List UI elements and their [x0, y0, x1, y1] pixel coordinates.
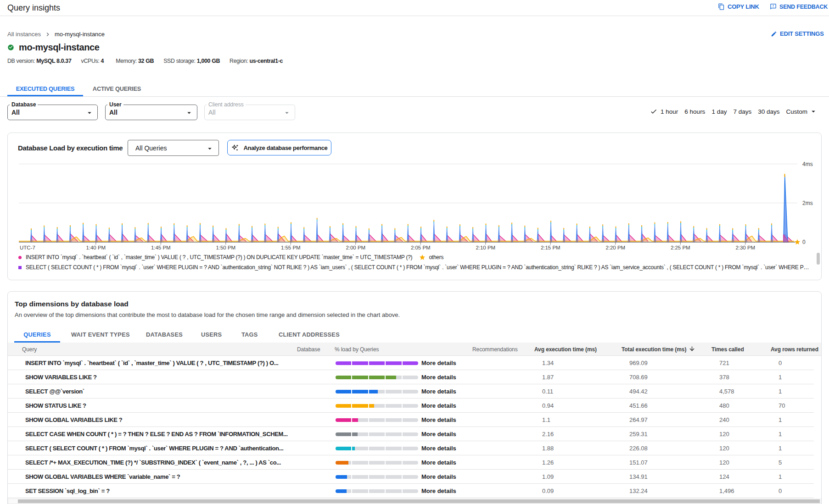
svg-text:1:45 PM: 1:45 PM: [151, 245, 171, 250]
svg-text:2:25 PM: 2:25 PM: [671, 245, 690, 250]
svg-text:2:05 PM: 2:05 PM: [411, 245, 431, 250]
svg-text:UTC-7: UTC-7: [20, 245, 35, 250]
svg-text:2:00 PM: 2:00 PM: [346, 245, 365, 250]
svg-text:1:50 PM: 1:50 PM: [216, 245, 235, 250]
svg-text:4ms: 4ms: [802, 161, 813, 167]
svg-text:0: 0: [802, 239, 806, 245]
svg-text:2ms: 2ms: [802, 200, 813, 206]
svg-text:2:20 PM: 2:20 PM: [605, 245, 625, 250]
svg-text:2:30 PM: 2:30 PM: [735, 245, 755, 250]
svg-text:1:55 PM: 1:55 PM: [281, 245, 301, 250]
svg-text:1:40 PM: 1:40 PM: [86, 245, 106, 250]
svg-text:2:15 PM: 2:15 PM: [541, 245, 560, 250]
svg-text:2:10 PM: 2:10 PM: [476, 245, 495, 250]
